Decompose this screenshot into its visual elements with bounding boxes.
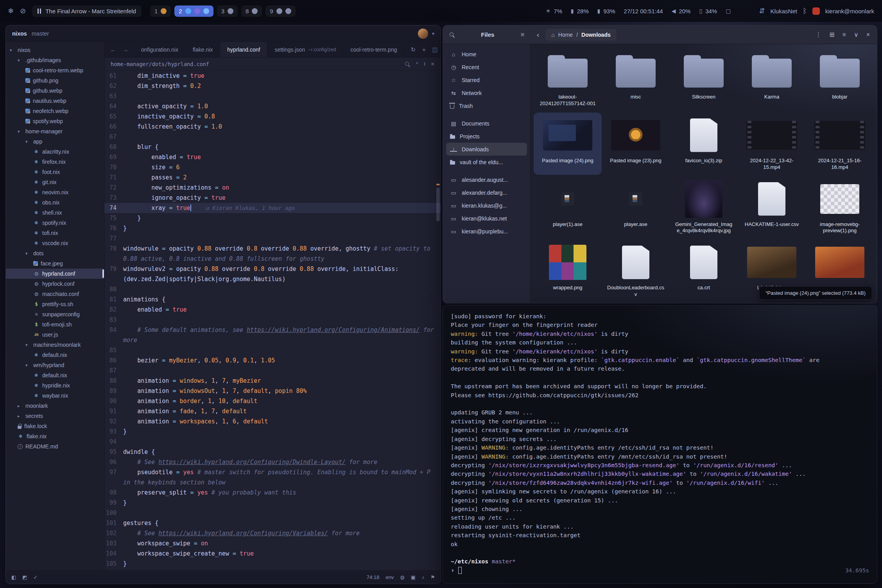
code-line-93[interactable]: 93} [104, 427, 441, 437]
list-view-icon[interactable]: ≡ [843, 31, 846, 38]
code-line-95[interactable]: 95dwindle { [104, 447, 441, 457]
code-line-63[interactable]: 63 [104, 91, 441, 101]
path-current[interactable]: Downloads [581, 32, 611, 38]
file-item-doubloonleaderboard.csv[interactable]: DoubloonLeaderboard.csv [602, 240, 670, 302]
nix-menu-icon[interactable]: ❄ [8, 7, 14, 15]
red-badge-icon[interactable] [812, 7, 820, 15]
diagnostics-check-icon[interactable]: ✓ [34, 574, 38, 580]
code-line-83[interactable]: 83 [104, 315, 441, 325]
code-line-74[interactable]: 74 xray = true↺ Kieran Klukas, 1 hour ag… [104, 203, 441, 213]
project-name[interactable]: nixos [12, 30, 27, 37]
tree-dir-nixos[interactable]: ▾nixos [6, 45, 104, 55]
tree-file-shell.nix[interactable]: ❄shell.nix [6, 208, 104, 218]
mic-status[interactable]: ▯34% [699, 8, 717, 14]
sidebar-item-network[interactable]: ⇆Network [446, 86, 527, 99]
dock-bottom-icon[interactable]: ◩ [22, 574, 27, 580]
code-line-102[interactable]: 102 # See https://wiki.hyprland.org/Conf… [104, 528, 441, 538]
code-line-67[interactable]: 67 [104, 132, 441, 142]
tree-file-spotify.nix[interactable]: ❄spotify.nix [6, 218, 104, 228]
code-line-88[interactable]: 88 animation = windows, 1, 7, myBezier [104, 376, 441, 386]
code-line-85[interactable]: 85 [104, 345, 441, 355]
code-line-76[interactable]: 76} [104, 223, 441, 233]
code-line-97[interactable]: 97 pseudotile = yes # master switch for … [104, 467, 441, 488]
code-line-101[interactable]: 101gestures { [104, 518, 441, 528]
code-line-82[interactable]: 82 enabled = true [104, 305, 441, 315]
sidebar-item-starred[interactable]: ☆Starred [446, 74, 527, 86]
tree-file-alacritty.nix[interactable]: ❄alacritty.nix [6, 147, 104, 157]
code-line-103[interactable]: 103 workspace_swipe = on [104, 538, 441, 549]
tab-hyprland.conf[interactable]: hyprland.conf [220, 42, 267, 57]
grid-view-icon[interactable]: ⊞ [829, 31, 834, 38]
code-line-78[interactable]: 78windowrule = opacity 0.88 override 0.8… [104, 244, 441, 264]
code-line-90[interactable]: 90 animation = border, 1, 10, default [104, 396, 441, 406]
file-item-pasted-image-23-.png[interactable]: Pasted image (23).png [602, 113, 670, 175]
assist-icon[interactable]: * [416, 61, 418, 67]
volume-status[interactable]: ◀20% [672, 8, 691, 14]
file-item-silkscreen[interactable]: Silkscreen [670, 49, 738, 111]
media-player-widget[interactable]: The Final Arrow - Marc Streitenfeld [32, 5, 142, 17]
dock-left-icon[interactable]: ◧ [11, 574, 16, 580]
code-line-98[interactable]: 98 preserve_split = yes # you probably w… [104, 488, 441, 498]
sidebar-item-kieran@purplebu...[interactable]: ▭kieran@purplebu... [446, 225, 527, 238]
tree-file-tofi.nix[interactable]: ❄tofi.nix [6, 228, 104, 238]
file-item-favicon-io-3-.zip[interactable]: favicon_io(3).zip [670, 113, 738, 175]
cursor-position[interactable]: 74:18 [367, 574, 380, 580]
code-editor[interactable]: 61 dim_inactive = true62 dim_strength = … [104, 71, 441, 570]
path-bar[interactable]: ⌂ Home / Downloads [545, 29, 616, 41]
dnd-icon[interactable]: ⊘ [20, 7, 26, 15]
tree-dir-moonlark[interactable]: ▸moonlark [6, 401, 104, 411]
avatar[interactable] [418, 29, 428, 39]
hamburger-menu-icon[interactable]: ≡ [521, 31, 524, 38]
tab-onfiguration.nix[interactable]: onfiguration.nix [134, 42, 186, 57]
split-pane-icon[interactable]: ◫ [432, 46, 438, 53]
search-icon[interactable] [405, 61, 410, 67]
sidebar-item-alesander.august...[interactable]: ▭alesander.august... [446, 173, 527, 186]
code-line-105[interactable]: 105} [104, 559, 441, 569]
file-item-player-1-.ase[interactable]: player(1).ase [534, 176, 602, 238]
file-item-player.ase[interactable]: player.ase [602, 176, 670, 238]
tree-file-hyprlock.conf[interactable]: ⚙hyprlock.conf [6, 279, 104, 289]
tree-file-firefox.nix[interactable]: ❄firefox.nix [6, 157, 104, 167]
kebab-menu-icon[interactable]: ⋮ [815, 31, 821, 38]
workspace-pill-9[interactable]: 9 [265, 5, 295, 17]
code-line-91[interactable]: 91 animation = fade, 1, 7, default [104, 406, 441, 416]
file-item-gemini-generated-image-4rqv8k4rqv8k4rqv.jpg[interactable]: Gemini_Generated_Image_4rqv8k4rqv8k4rqv.… [670, 176, 738, 238]
language-mode[interactable]: env [385, 574, 394, 580]
notifications-icon[interactable]: ⚑ [430, 574, 435, 580]
music-icon[interactable]: ♪ [422, 574, 425, 580]
code-line-84[interactable]: 84 # Some default animations, see https:… [104, 325, 441, 345]
tree-file-flake.nix[interactable]: ❄flake.nix [6, 431, 104, 441]
tree-file-foot.nix[interactable]: ❄foot.nix [6, 167, 104, 177]
history-icon[interactable]: ↻ [411, 46, 416, 53]
terminal-prompt[interactable]: ›34.695s [451, 566, 869, 575]
code-line-80[interactable]: 80 [104, 284, 441, 294]
code-line-65[interactable]: 65 inactive_opacity = 0.8 [104, 111, 441, 122]
breadcrumb-path[interactable]: home-manager/dots/hyprland.conf [111, 61, 209, 67]
git-branch[interactable]: master [32, 30, 49, 37]
workspace-pill-3[interactable]: 3 [217, 5, 238, 17]
file-item-2024-12-21-15-16-16.mp4[interactable]: 2024-12-21_15-16-16.mp4 [806, 113, 874, 175]
tab-flake.nix[interactable]: flake.nix [186, 42, 220, 57]
sidebar-item-trash[interactable]: Trash [446, 99, 527, 112]
sidebar-item-projects[interactable]: Projects [446, 130, 527, 143]
brightness-status[interactable]: ☀7% [546, 8, 562, 14]
tree-dir-.github-images[interactable]: ▾.github/images [6, 55, 104, 65]
workspace-pill-8[interactable]: 8 [241, 5, 262, 17]
nav-back-icon[interactable]: ← [110, 46, 116, 53]
code-line-66[interactable]: 66 fullscreen_opacity = 1.0 [104, 122, 441, 132]
code-line-70[interactable]: 70 size = 6 [104, 162, 441, 172]
tree-file-github.webp[interactable]: github.webp [6, 86, 104, 96]
tree-file-hyprland.conf[interactable]: ⚙hyprland.conf [6, 269, 104, 279]
code-line-62[interactable]: 62 dim_strength = 0.2 [104, 81, 441, 91]
battery-status[interactable]: ▮93% [597, 8, 615, 14]
tree-file-waybar.nix[interactable]: ❄waybar.nix [6, 391, 104, 401]
back-icon[interactable]: ‹ [537, 30, 539, 39]
sidebar-item-downloads[interactable]: ↓Downloads [446, 143, 527, 156]
bluetooth-icon[interactable]: ᛒ [803, 7, 807, 15]
code-line-99[interactable]: 99} [104, 498, 441, 508]
code-line-61[interactable]: 61 dim_inactive = true [104, 71, 441, 81]
network-name[interactable]: KlukasNet [771, 8, 797, 14]
code-line-77[interactable]: 77 [104, 233, 441, 244]
code-line-87[interactable]: 87 [104, 366, 441, 376]
code-line-69[interactable]: 69 enabled = true [104, 152, 441, 162]
